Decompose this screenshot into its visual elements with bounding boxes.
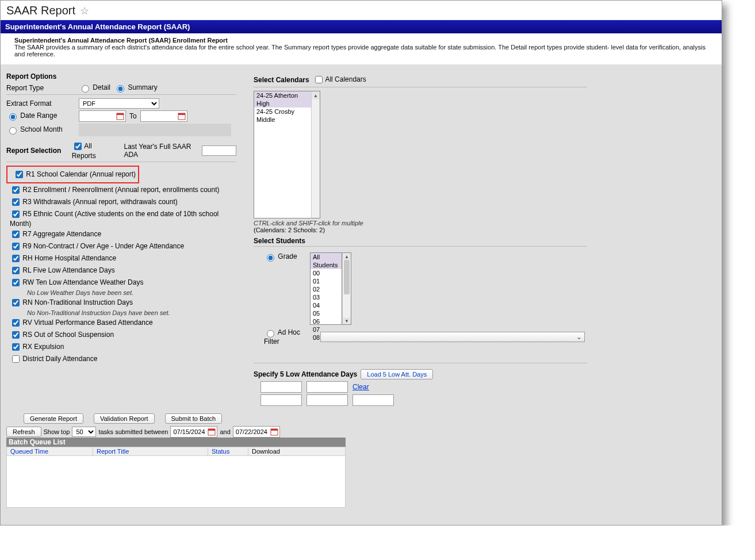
rw-checkbox[interactable]: RW Ten Low Attendance Weather Days: [10, 277, 236, 288]
generate-report-button[interactable]: Generate Report: [24, 413, 83, 424]
r1-checkbox[interactable]: R1 School Calendar (Annual report): [13, 169, 136, 180]
description-heading: Superintendent's Annual Attendance Repor…: [14, 37, 710, 44]
show-top-label: Show top: [44, 428, 70, 435]
rn-note: No Non-Traditional Instruction Days have…: [27, 309, 236, 316]
select-students-label: Select Students: [254, 237, 716, 245]
scroll-up-icon[interactable]: ▲: [343, 253, 351, 260]
grade-scrollbar[interactable]: ▲ ▼: [342, 252, 351, 325]
calendar-listbox[interactable]: 24-25 Atherton High 24-25 Crosby Middle: [254, 91, 311, 218]
last-year-ada-field[interactable]: [202, 145, 236, 156]
all-reports-checkbox[interactable]: All Reports: [72, 141, 113, 160]
rn-checkbox[interactable]: RN Non-Traditional Instruction Days: [10, 297, 236, 308]
grade-opt-all[interactable]: All Students: [311, 253, 342, 269]
last-year-ada-label: Last Year's Full SAAR ADA: [124, 143, 198, 159]
batch-queue-table: Queued Time Report Title Status Download: [6, 447, 346, 508]
clear-link[interactable]: Clear: [352, 383, 369, 391]
batch-date-from[interactable]: [170, 426, 217, 438]
show-top-select[interactable]: 50: [72, 427, 96, 437]
description-body: The SAAR provides a summary of each dist…: [14, 44, 710, 57]
scroll-up-icon[interactable]: ▲: [312, 91, 320, 99]
report-options-heading: Report Options: [6, 72, 236, 82]
rv-checkbox[interactable]: RV Virtual Performance Based Attendance: [10, 317, 236, 328]
calendar-opt-1[interactable]: 24-25 Crosby Middle: [254, 108, 311, 124]
svg-rect-7: [271, 429, 278, 431]
svg-rect-1: [117, 113, 124, 115]
calendar-icon[interactable]: [178, 112, 186, 120]
grade-listbox[interactable]: All Students 00 01 02 03 04 05 06 07 08: [310, 252, 342, 325]
submit-to-batch-button[interactable]: Submit to Batch: [165, 413, 223, 424]
rw-note: No Low Weather Days have been set.: [27, 289, 236, 296]
svg-rect-5: [208, 429, 215, 431]
all-calendars-checkbox[interactable]: All Calendars: [313, 74, 366, 85]
report-type-summary[interactable]: Summary: [114, 83, 158, 93]
to-label: To: [129, 112, 137, 120]
description-panel: Superintendent's Annual Attendance Repor…: [1, 33, 722, 64]
validation-report-button[interactable]: Validation Report: [94, 413, 155, 424]
chevron-down-icon: ⌄: [576, 333, 582, 341]
load-low-days-button[interactable]: Load 5 Low Att. Days: [361, 369, 433, 379]
calendar-icon[interactable]: [208, 428, 216, 436]
rh-checkbox[interactable]: RH Home Hospital Attendance: [10, 253, 236, 264]
r1-highlight: R1 School Calendar (Annual report): [6, 166, 139, 183]
rx-checkbox[interactable]: RX Expulsion: [10, 342, 236, 352]
r9-checkbox[interactable]: R9 Non-Contract / Over Age - Under Age A…: [10, 241, 236, 252]
report-selection-label: Report Selection: [6, 147, 68, 155]
title-bar: SAAR Report ☆: [1, 1, 722, 20]
district-daily-checkbox[interactable]: District Daily Attendance: [10, 354, 236, 365]
report-type-label: Report Type: [6, 84, 75, 92]
specify-low-days-label: Specify 5 Low Attendance Days: [254, 370, 357, 378]
subtitle-bar: Superintendent's Annual Attendance Repor…: [1, 20, 722, 33]
extract-format-label: Extract Format: [6, 99, 75, 108]
calendar-icon[interactable]: [270, 428, 278, 436]
and-label: and: [220, 428, 230, 435]
scroll-down-icon[interactable]: ▼: [343, 317, 351, 324]
calendar-hint: CTRL-click and SHIFT-click for multiple: [254, 220, 716, 227]
tasks-between-label: tasks submitted between: [98, 428, 168, 435]
date-to[interactable]: [140, 110, 187, 122]
extract-format-select[interactable]: PDF: [79, 98, 159, 109]
low-day-3[interactable]: [260, 394, 302, 406]
adhoc-radio[interactable]: Ad Hoc Filter: [254, 328, 317, 346]
col-status[interactable]: Status: [208, 447, 248, 456]
batch-date-to[interactable]: [233, 426, 280, 438]
school-month-radio[interactable]: School Month: [6, 125, 75, 135]
favorite-star-icon[interactable]: ☆: [80, 5, 89, 17]
calendar-icon[interactable]: [116, 112, 124, 120]
r5-checkbox[interactable]: R5 Ethnic Count (Active students on the …: [10, 209, 236, 228]
r3-checkbox[interactable]: R3 Withdrawals (Annual report, withdrawa…: [10, 197, 236, 208]
grade-radio[interactable]: Grade: [254, 252, 306, 262]
low-day-5[interactable]: [352, 394, 394, 406]
low-day-1[interactable]: [260, 381, 302, 393]
calendar-count: (Calendars: 2 Schools: 2): [254, 227, 716, 233]
batch-queue-heading: Batch Queue List: [6, 438, 346, 447]
date-range-radio[interactable]: Date Range: [6, 112, 75, 121]
low-day-4[interactable]: [306, 394, 348, 406]
page-title: SAAR Report: [6, 4, 75, 17]
school-month-field: [79, 124, 231, 136]
report-type-detail[interactable]: Detail: [79, 83, 110, 93]
r2-checkbox[interactable]: R2 Enrollment / Reenrollment (Annual rep…: [10, 185, 236, 195]
table-row: [7, 456, 346, 508]
calendar-opt-0[interactable]: 24-25 Atherton High: [254, 91, 311, 108]
adhoc-select[interactable]: ⌄: [320, 332, 585, 342]
rs-checkbox[interactable]: RS Out of School Suspension: [10, 329, 236, 340]
report-checklist: R1 School Calendar (Annual report) R2 En…: [6, 166, 236, 365]
calendar-scrollbar[interactable]: ▲: [311, 91, 320, 218]
col-download: Download: [248, 447, 346, 456]
select-calendars-label: Select Calendars: [254, 76, 309, 84]
col-report-title[interactable]: Report Title: [93, 447, 208, 456]
svg-rect-3: [178, 113, 185, 115]
rl-checkbox[interactable]: RL Five Low Attendance Days: [10, 265, 236, 276]
col-queued-time[interactable]: Queued Time: [7, 447, 93, 456]
low-day-2[interactable]: [306, 381, 348, 393]
refresh-button[interactable]: Refresh: [6, 427, 41, 437]
date-from[interactable]: [79, 110, 126, 122]
r7-checkbox[interactable]: R7 Aggregate Attendance: [10, 229, 236, 240]
